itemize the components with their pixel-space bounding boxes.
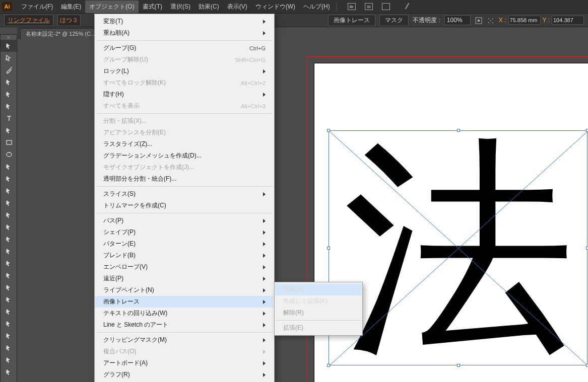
menu-編集[interactable]: 編集(E) <box>57 1 85 13</box>
menu-item-label: アピアランスを分割(E) <box>103 128 166 137</box>
slice-tool[interactable] <box>1 354 18 366</box>
submenu-item-label: 作成(M) <box>283 285 304 294</box>
menu-item-label: スライス(S) <box>103 190 136 198</box>
feather-icon[interactable] <box>399 3 407 10</box>
menu-item[interactable]: 変形(T) <box>95 16 274 27</box>
menu-ウィンドウ[interactable]: ウィンドウ(W) <box>251 1 299 13</box>
handle-s[interactable] <box>457 364 460 367</box>
menu-item-label: すべてをロック解除(K) <box>103 79 166 87</box>
handle-e[interactable] <box>586 247 588 250</box>
ellipse-tool[interactable] <box>1 148 18 161</box>
submenu-arrow-icon <box>263 312 266 316</box>
menu-item[interactable]: パス(P) <box>95 215 274 226</box>
y-input[interactable] <box>552 16 584 25</box>
menu-item[interactable]: クリッピングマスク(M) <box>95 334 274 346</box>
menu-書式[interactable]: 書式(T) <box>139 1 166 13</box>
mesh-tool[interactable] <box>1 269 18 281</box>
menu-item: グループ解除(U)Shift+Ctrl+G <box>95 54 274 65</box>
menu-item[interactable]: 重ね順(A) <box>95 27 274 39</box>
align-icon[interactable] <box>487 17 495 24</box>
eraser-tool[interactable] <box>1 185 18 197</box>
menu-表示[interactable]: 表示(V) <box>223 1 251 13</box>
menu-item[interactable]: 遠近(P) <box>95 273 274 284</box>
symbol-tool[interactable] <box>1 318 18 330</box>
zoom-tool[interactable] <box>1 378 18 382</box>
submenu-item[interactable]: 作成(M) <box>275 284 362 295</box>
image-trace-submenu: 作成(M)作成して拡張(K)解除(R)拡張(E) <box>274 282 363 336</box>
submenu-arrow-icon <box>263 323 266 327</box>
menu-ファイル[interactable]: ファイル(F) <box>17 1 57 13</box>
menu-item[interactable]: 透明部分を分割・統合(F)... <box>95 173 274 185</box>
submenu-item: 解除(R) <box>275 307 362 319</box>
menu-item[interactable]: テキストの回り込み(W) <box>95 308 274 319</box>
x-input[interactable] <box>508 16 541 25</box>
width-tool[interactable] <box>1 221 18 233</box>
menu-item[interactable]: シェイプ(P) <box>95 226 274 238</box>
linked-file-name[interactable]: ほつ３ <box>57 15 81 26</box>
linked-file-button[interactable]: リンクファイル <box>4 15 53 26</box>
menu-shortcut: Alt+Ctrl+3 <box>241 103 266 109</box>
svg-point-3 <box>492 18 493 19</box>
menu-item[interactable]: グラデーションメッシュを作成(D)... <box>95 150 274 162</box>
menu-item[interactable]: ロック(L) <box>95 65 274 77</box>
perspective-tool[interactable] <box>1 257 18 269</box>
image-trace-button[interactable]: 画像トレース <box>328 15 375 26</box>
menu-item[interactable]: Line と Sketch のアート <box>95 319 274 331</box>
br-icon[interactable]: Br <box>348 3 356 10</box>
menu-item[interactable]: ライブペイント(N) <box>95 284 274 296</box>
menu-item-label: 変形(T) <box>103 17 123 26</box>
menu-item[interactable]: ブレンド(B) <box>95 250 274 261</box>
menu-item[interactable]: 画像トレース <box>95 296 274 308</box>
selection-box[interactable] <box>329 130 587 365</box>
line-tool[interactable] <box>1 124 18 136</box>
menu-item[interactable]: グラフ(R) <box>95 369 274 380</box>
freetransform-tool[interactable] <box>1 233 18 245</box>
handle-ne[interactable] <box>586 129 588 132</box>
blend-tool[interactable] <box>1 305 18 318</box>
document-tab[interactable]: 名称未設定-2* @ 125% (C… <box>20 28 102 39</box>
submenu-item[interactable]: 作成して拡張(K) <box>275 295 362 307</box>
menu-item[interactable]: ラスタライズ(Z)... <box>95 138 274 150</box>
menu-効果[interactable]: 効果(C) <box>194 1 223 13</box>
scale-tool[interactable] <box>1 209 18 221</box>
direct-select-tool[interactable] <box>1 52 18 64</box>
blob-tool[interactable] <box>1 173 18 185</box>
menu-item[interactable]: アートボード(A) <box>95 357 274 369</box>
handle-sw[interactable] <box>327 364 330 367</box>
gradient-tool[interactable] <box>1 281 18 293</box>
st-icon[interactable]: St <box>365 3 373 10</box>
menu-ヘルプ[interactable]: ヘルプ(H) <box>299 1 334 13</box>
handle-w[interactable] <box>327 247 330 250</box>
menu-選択[interactable]: 選択(S) <box>166 1 194 13</box>
eyedropper-tool[interactable] <box>1 293 18 305</box>
type-tool[interactable] <box>1 112 18 124</box>
selection-tool[interactable] <box>1 40 18 52</box>
panel-icon[interactable] <box>382 3 390 10</box>
mask-button[interactable]: マスク <box>379 15 409 26</box>
submenu-arrow-icon <box>263 242 266 246</box>
menu-item[interactable]: グループ(G)Ctrl+G <box>95 42 274 54</box>
menu-item[interactable]: エンベロープ(V) <box>95 261 274 273</box>
handle-n[interactable] <box>457 129 460 132</box>
menu-オブジェクト[interactable]: オブジェクト(O) <box>85 1 138 13</box>
menu-item[interactable]: パターン(E) <box>95 238 274 250</box>
curvature-tool[interactable] <box>1 100 18 112</box>
rotate-tool[interactable] <box>1 197 18 209</box>
hand-tool[interactable] <box>1 366 18 378</box>
handle-nw[interactable] <box>327 129 330 132</box>
menu-item[interactable]: スライス(S) <box>95 188 274 200</box>
opacity-input[interactable]: 100% <box>444 15 471 25</box>
artboard-tool[interactable] <box>1 342 18 354</box>
shapebuilder-tool[interactable] <box>1 245 18 257</box>
graph-tool[interactable] <box>1 330 18 342</box>
rect-tool[interactable] <box>1 136 18 148</box>
brush-tool[interactable] <box>1 161 18 173</box>
menu-item[interactable]: 隠す(H) <box>95 89 274 100</box>
wand-tool[interactable] <box>1 64 18 76</box>
lasso-tool[interactable] <box>1 76 18 88</box>
menu-item: すべてをロック解除(K)Alt+Ctrl+2 <box>95 77 274 89</box>
pen-tool[interactable] <box>1 88 18 100</box>
transform-icon[interactable] <box>475 17 483 24</box>
handle-se[interactable] <box>586 364 588 367</box>
menu-item[interactable]: トリムマークを作成(C) <box>95 200 274 211</box>
